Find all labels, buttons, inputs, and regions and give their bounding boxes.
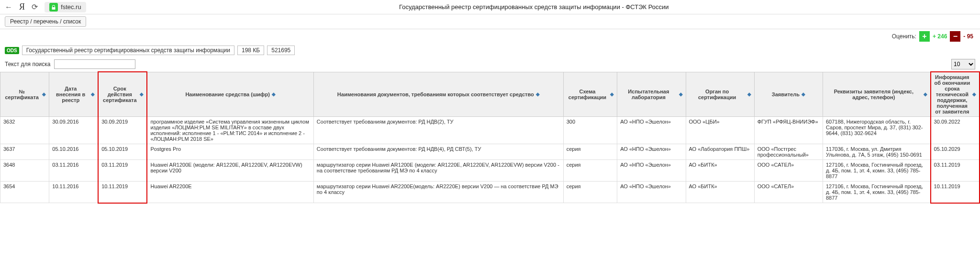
page-size-select[interactable]: 10	[951, 59, 975, 69]
cell-date-in: 30.09.2016	[49, 117, 98, 144]
cell-name: Huawei AR1200E (модели: AR1220E, AR1220E…	[147, 160, 313, 182]
cell-lab: АО «НПО «Эшелон»	[617, 182, 686, 203]
cell-scheme: серия	[563, 160, 617, 182]
cell-lab: АО «НПО «Эшелон»	[617, 144, 686, 160]
cell-name: программное изделие «Система управления …	[147, 117, 313, 144]
cell-lab: АО «НПО «Эшелон»	[617, 117, 686, 144]
breadcrumb-button[interactable]: Реестр / перечень / список	[5, 16, 86, 27]
cell-valid-to: 10.11.2019	[98, 182, 147, 203]
ods-icon: ODS	[5, 47, 19, 54]
table-row: 3637 05.10.2016 05.10.2019 Postgres Pro …	[0, 144, 980, 160]
cell-valid-to: 05.10.2019	[98, 144, 147, 160]
col-lab[interactable]: Испытательная лаборатория◆	[617, 72, 686, 117]
file-title[interactable]: Государственный реестр сертифицированных…	[22, 46, 234, 55]
table-row: 3632 30.09.2016 30.09.2019 программное и…	[0, 117, 980, 144]
sort-icon[interactable]: ◆	[42, 92, 46, 97]
cell-support-end: 10.11.2019	[931, 182, 980, 203]
col-scheme[interactable]: Схема сертификации◆	[563, 72, 617, 117]
sort-icon[interactable]: ◆	[747, 92, 751, 97]
cell-date-in: 03.11.2016	[49, 160, 98, 182]
cell-valid-to: 30.09.2019	[98, 117, 147, 144]
file-downloads: 521695	[267, 46, 295, 55]
col-organ[interactable]: Орган по сертификации◆	[686, 72, 754, 117]
col-name[interactable]: Наименование средства (шифр)◆	[147, 72, 313, 117]
sort-icon[interactable]: ◆	[802, 92, 805, 97]
cell-scheme: серия	[563, 144, 617, 160]
cell-date-in: 10.11.2016	[49, 182, 98, 203]
url-bar[interactable]: fstec.ru	[45, 2, 86, 12]
file-size: 198 КБ	[237, 46, 264, 55]
cell-organ: АО «Лаборатория ППШ»	[686, 144, 754, 160]
cell-name: Huawei AR2200E	[147, 182, 313, 203]
table-row: 3648 03.11.2016 03.11.2019 Huawei AR1200…	[0, 160, 980, 182]
col-date-in[interactable]: Дата внесения в реестр◆	[49, 72, 98, 117]
col-valid-to[interactable]: Срок действия сертификата◆	[98, 72, 147, 117]
registry-table: № сертификата◆ Дата внесения в реестр◆ С…	[0, 71, 980, 204]
cell-support-end: 30.09.2022	[931, 117, 980, 144]
reload-button[interactable]: ⟳	[32, 2, 38, 11]
lock-icon	[49, 3, 58, 11]
cell-docs: Соответствует требованиям документов: РД…	[313, 117, 563, 144]
cell-requisites: 127106, г. Москва, Гостиничный проезд, д…	[823, 182, 931, 203]
cell-valid-to: 03.11.2019	[98, 160, 147, 182]
search-row: Текст для поиска 10	[0, 57, 980, 71]
yandex-icon[interactable]: Я	[19, 2, 25, 12]
cell-requisites: 117036, г. Москва, ул. Дмитрия Ульянова,…	[823, 144, 931, 160]
breadcrumb-bar: Реестр / перечень / список	[0, 14, 980, 29]
cell-support-end: 03.11.2019	[931, 160, 980, 182]
page-title: Государственный реестр сертифицированных…	[93, 3, 975, 11]
table-body: 3632 30.09.2016 30.09.2019 программное и…	[0, 117, 980, 203]
cell-applicant: ФГУП «РФЯЦ-ВНИИЭФ»	[754, 117, 823, 144]
vote-up-button[interactable]: +	[919, 31, 930, 42]
cell-requisites: 607188, Нижегородская область, г. Саров,…	[823, 117, 931, 144]
search-input[interactable]	[54, 59, 135, 69]
cell-docs: Соответствует требованиям документов: РД…	[313, 144, 563, 160]
vote-down-count: - 95	[963, 33, 973, 40]
cell-support-end: 05.10.2029	[931, 144, 980, 160]
sort-icon[interactable]: ◆	[610, 92, 614, 97]
cell-docs: маршрутизатор серии Huawei AR1200E (моде…	[313, 160, 563, 182]
cell-applicant: ООО «САТЕЛ»	[754, 160, 823, 182]
sort-icon[interactable]: ◆	[91, 92, 95, 97]
cell-num: 3632	[0, 117, 49, 144]
sort-icon[interactable]: ◆	[140, 92, 144, 97]
col-docs[interactable]: Наименования документов, требованиям кот…	[313, 72, 563, 117]
cell-lab: АО «НПО «Эшелон»	[617, 160, 686, 182]
sort-icon[interactable]: ◆	[536, 92, 540, 97]
col-applicant[interactable]: Заявитель◆	[754, 72, 823, 117]
col-requisites[interactable]: Реквизиты заявителя (индекс, адрес, теле…	[823, 72, 931, 117]
vote-down-button[interactable]: −	[950, 31, 960, 42]
col-support-end[interactable]: Информация об окончании срока техническо…	[931, 72, 980, 117]
back-button[interactable]: ←	[5, 3, 12, 11]
cell-requisites: 127106, г. Москва, Гостиничный проезд, д…	[823, 160, 931, 182]
sort-icon[interactable]: ◆	[679, 92, 683, 97]
cell-num: 3637	[0, 144, 49, 160]
cell-organ: АО «БИТК»	[686, 182, 754, 203]
cell-organ: АО «БИТК»	[686, 160, 754, 182]
rating-label: Оценить:	[892, 33, 916, 40]
rating-bar: Оценить: + + 246 − - 95	[0, 29, 980, 44]
sort-icon[interactable]: ◆	[972, 92, 976, 97]
table-header-row: № сертификата◆ Дата внесения в реестр◆ С…	[0, 72, 980, 117]
url-text: fstec.ru	[61, 3, 81, 11]
cell-docs: маршрутизатор серии Huawei AR2200E(модел…	[313, 182, 563, 203]
cell-applicant: ООО «Постгрес профессиональный»	[754, 144, 823, 160]
cell-scheme: 300	[563, 117, 617, 144]
cell-num: 3654	[0, 182, 49, 203]
vote-up-count: + 246	[933, 33, 947, 40]
sort-icon[interactable]: ◆	[924, 92, 927, 97]
cell-date-in: 05.10.2016	[49, 144, 98, 160]
cell-applicant: ООО «САТЕЛ»	[754, 182, 823, 203]
table-row: 3654 10.11.2016 10.11.2019 Huawei AR2200…	[0, 182, 980, 203]
col-cert-number[interactable]: № сертификата◆	[0, 72, 49, 117]
cell-num: 3648	[0, 160, 49, 182]
file-meta-row: ODS Государственный реестр сертифицирова…	[0, 44, 980, 57]
sort-icon[interactable]: ◆	[272, 92, 276, 97]
browser-bar: ← Я ⟳ fstec.ru Государственный реестр се…	[0, 0, 980, 14]
search-label: Текст для поиска	[5, 61, 50, 68]
cell-scheme: серия	[563, 182, 617, 203]
cell-name: Postgres Pro	[147, 144, 313, 160]
cell-organ: ООО «ЦБИ»	[686, 117, 754, 144]
